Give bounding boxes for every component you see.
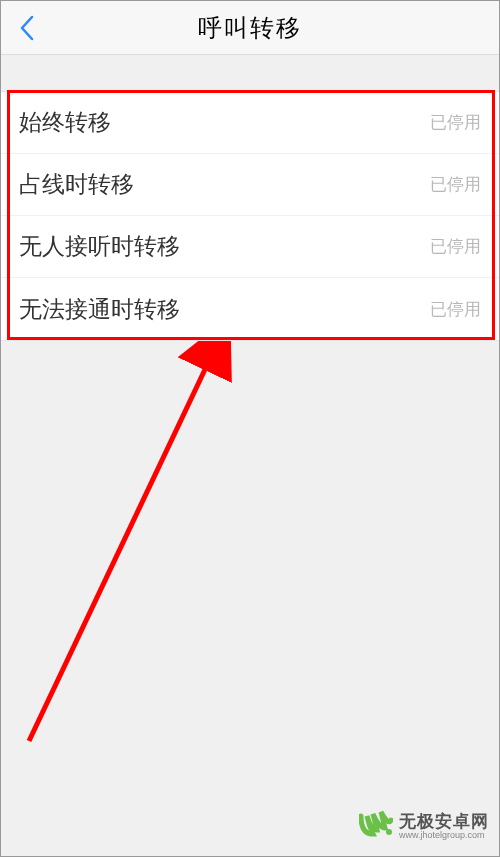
list-item-busy-forward[interactable]: 占线时转移 已停用 bbox=[1, 154, 499, 216]
item-status: 已停用 bbox=[430, 173, 481, 196]
header-bar: 呼叫转移 bbox=[1, 1, 499, 55]
item-label: 占线时转移 bbox=[19, 169, 134, 200]
svg-line-0 bbox=[29, 361, 209, 741]
page-title: 呼叫转移 bbox=[198, 12, 302, 44]
chevron-left-icon bbox=[19, 15, 35, 41]
list-item-always-forward[interactable]: 始终转移 已停用 bbox=[1, 92, 499, 154]
svg-point-1 bbox=[386, 829, 392, 835]
logo-icon bbox=[359, 810, 393, 844]
watermark: 无极安卓网 www.jhotelgroup.com bbox=[359, 810, 489, 844]
back-button[interactable] bbox=[13, 9, 41, 47]
annotation-arrow-icon bbox=[9, 341, 239, 765]
item-status: 已停用 bbox=[430, 111, 481, 134]
list-item-unreachable-forward[interactable]: 无法接通时转移 已停用 bbox=[1, 278, 499, 340]
watermark-text: 无极安卓网 www.jhotelgroup.com bbox=[399, 813, 489, 842]
item-status: 已停用 bbox=[430, 235, 481, 258]
forwarding-list: 始终转移 已停用 占线时转移 已停用 无人接听时转移 已停用 无法接通时转移 已… bbox=[1, 91, 499, 341]
content-area: 始终转移 已停用 占线时转移 已停用 无人接听时转移 已停用 无法接通时转移 已… bbox=[1, 55, 499, 341]
item-label: 始终转移 bbox=[19, 107, 111, 138]
list-item-noanswer-forward[interactable]: 无人接听时转移 已停用 bbox=[1, 216, 499, 278]
watermark-name: 无极安卓网 bbox=[399, 813, 489, 832]
item-label: 无法接通时转移 bbox=[19, 294, 180, 325]
watermark-url: www.jhotelgroup.com bbox=[399, 831, 489, 841]
item-status: 已停用 bbox=[430, 298, 481, 321]
item-label: 无人接听时转移 bbox=[19, 231, 180, 262]
